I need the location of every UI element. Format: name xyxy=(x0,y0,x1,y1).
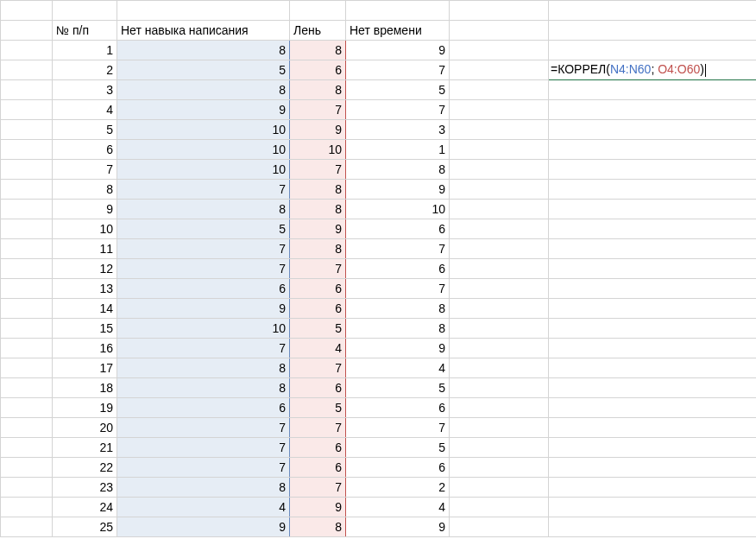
cell[interactable] xyxy=(549,160,757,180)
cell-col3[interactable]: 7 xyxy=(346,60,450,80)
cell-col2[interactable]: 7 xyxy=(290,259,346,279)
cell[interactable] xyxy=(1,478,53,498)
cell[interactable] xyxy=(450,398,549,418)
formula-text[interactable]: =КОРРЕЛ(N4:N60; O4:O60) xyxy=(551,62,709,77)
cell-col2[interactable]: 7 xyxy=(290,358,346,378)
cell-col1[interactable]: 4 xyxy=(117,498,290,517)
cell-col3[interactable]: 4 xyxy=(346,358,450,378)
cell-col2[interactable]: 9 xyxy=(290,219,346,239)
cell-col1[interactable]: 6 xyxy=(117,279,290,299)
cell[interactable] xyxy=(549,239,757,259)
cell[interactable] xyxy=(1,517,53,537)
header-col3[interactable]: Нет времени xyxy=(346,21,450,41)
cell-col1[interactable]: 6 xyxy=(117,398,290,418)
cell-col2[interactable]: 6 xyxy=(290,458,346,478)
row-index[interactable]: 12 xyxy=(53,259,117,279)
row-index[interactable]: 16 xyxy=(53,339,117,358)
cell-col3[interactable]: 8 xyxy=(346,319,450,339)
spreadsheet-grid[interactable]: № п/п Нет навыка написания Лень Нет врем… xyxy=(0,0,756,537)
row-index[interactable]: 8 xyxy=(53,180,117,200)
cell-col3[interactable]: 2 xyxy=(346,478,450,498)
cell[interactable] xyxy=(549,438,757,458)
cell-col2[interactable]: 9 xyxy=(290,120,346,140)
row-index[interactable]: 3 xyxy=(53,80,117,100)
cell[interactable] xyxy=(549,398,757,418)
cell[interactable] xyxy=(1,21,53,41)
cell-col3[interactable]: 6 xyxy=(346,219,450,239)
cell-col2[interactable]: 6 xyxy=(290,299,346,319)
cell-col3[interactable]: 4 xyxy=(346,498,450,517)
cell-col1[interactable]: 10 xyxy=(117,140,290,160)
cell[interactable] xyxy=(549,100,757,120)
cell-col3[interactable]: 6 xyxy=(346,398,450,418)
cell-col2[interactable]: 10 xyxy=(290,140,346,160)
cell[interactable] xyxy=(53,1,117,21)
cell[interactable] xyxy=(1,160,53,180)
cell[interactable] xyxy=(450,60,549,80)
cell[interactable] xyxy=(549,358,757,378)
cell[interactable] xyxy=(450,339,549,358)
row-index[interactable]: 9 xyxy=(53,200,117,219)
cell-col2[interactable]: 8 xyxy=(290,517,346,537)
cell-col2[interactable]: 8 xyxy=(290,200,346,219)
cell-col3[interactable]: 7 xyxy=(346,239,450,259)
cell-col1[interactable]: 8 xyxy=(117,358,290,378)
cell-col1[interactable]: 9 xyxy=(117,100,290,120)
cell-col3[interactable]: 10 xyxy=(346,200,450,219)
cell[interactable] xyxy=(549,180,757,200)
cell-col1[interactable]: 10 xyxy=(117,160,290,180)
cell-col1[interactable]: 7 xyxy=(117,259,290,279)
cell-col1[interactable]: 10 xyxy=(117,319,290,339)
cell-col2[interactable]: 8 xyxy=(290,80,346,100)
cell[interactable] xyxy=(450,299,549,319)
cell[interactable] xyxy=(450,41,549,60)
cell[interactable] xyxy=(450,378,549,398)
cell-col2[interactable]: 6 xyxy=(290,378,346,398)
cell[interactable] xyxy=(1,60,53,80)
cell-col1[interactable]: 7 xyxy=(117,239,290,259)
cell-col3[interactable]: 6 xyxy=(346,259,450,279)
cell-col1[interactable]: 5 xyxy=(117,219,290,239)
row-index[interactable]: 1 xyxy=(53,41,117,60)
row-index[interactable]: 10 xyxy=(53,219,117,239)
cell-col3[interactable]: 9 xyxy=(346,517,450,537)
cell-col3[interactable]: 7 xyxy=(346,279,450,299)
cell-col3[interactable]: 5 xyxy=(346,80,450,100)
row-index[interactable]: 11 xyxy=(53,239,117,259)
row-index[interactable]: 14 xyxy=(53,299,117,319)
cell[interactable] xyxy=(1,299,53,319)
cell[interactable] xyxy=(549,478,757,498)
cell[interactable] xyxy=(450,100,549,120)
cell-col1[interactable]: 7 xyxy=(117,458,290,478)
cell[interactable] xyxy=(450,120,549,140)
cell[interactable] xyxy=(1,418,53,438)
cell[interactable] xyxy=(450,458,549,478)
cell[interactable] xyxy=(1,219,53,239)
formula-cell[interactable]: =КОРРЕЛ(N4:N60; O4:O60) xyxy=(549,60,757,80)
cell-col3[interactable]: 6 xyxy=(346,458,450,478)
cell-col1[interactable]: 8 xyxy=(117,200,290,219)
cell[interactable] xyxy=(450,418,549,438)
cell[interactable] xyxy=(1,180,53,200)
cell[interactable] xyxy=(1,279,53,299)
cell-col2[interactable]: 5 xyxy=(290,398,346,418)
row-index[interactable]: 25 xyxy=(53,517,117,537)
cell[interactable] xyxy=(1,378,53,398)
cell[interactable] xyxy=(450,358,549,378)
cell[interactable] xyxy=(450,478,549,498)
cell-col3[interactable]: 9 xyxy=(346,180,450,200)
cell-col3[interactable]: 9 xyxy=(346,41,450,60)
row-index[interactable]: 21 xyxy=(53,438,117,458)
row-index[interactable]: 13 xyxy=(53,279,117,299)
cell[interactable] xyxy=(549,120,757,140)
cell[interactable] xyxy=(450,200,549,219)
cell[interactable] xyxy=(549,418,757,438)
cell-col3[interactable]: 5 xyxy=(346,378,450,398)
cell-col3[interactable]: 7 xyxy=(346,100,450,120)
cell-col3[interactable]: 7 xyxy=(346,418,450,438)
cell-col2[interactable]: 9 xyxy=(290,498,346,517)
cell[interactable] xyxy=(450,160,549,180)
cell[interactable] xyxy=(549,219,757,239)
cell-col1[interactable]: 9 xyxy=(117,517,290,537)
cell[interactable] xyxy=(1,100,53,120)
